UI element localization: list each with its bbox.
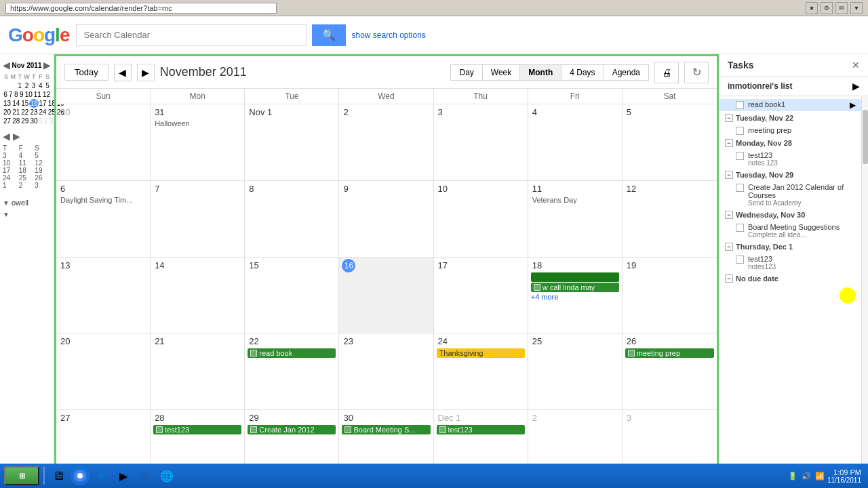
mini-cal-cell[interactable]: 12 xyxy=(42,90,51,99)
start-button[interactable]: ⊞ xyxy=(4,466,39,485)
cal-event-linda[interactable]: w call linda may xyxy=(531,283,619,292)
mini-cal-cell[interactable]: 24 xyxy=(39,108,47,117)
task-item-createjan[interactable]: Create Jan 2012 Calendar of Courses Send… xyxy=(719,182,861,208)
group-toggle[interactable]: − xyxy=(725,243,733,251)
cal-cell-23[interactable]: 23 xyxy=(339,333,433,409)
cal-cell-6[interactable]: 6 Daylight Saving Tim... xyxy=(56,181,151,257)
cal-event-test123-dec1[interactable]: test123 xyxy=(437,425,525,434)
cal-cell-20[interactable]: 20 xyxy=(56,333,151,409)
mini-cal-cell[interactable]: 3 xyxy=(49,117,54,125)
taskbar-icon-ie[interactable]: e xyxy=(92,466,111,485)
cal-cell-19[interactable]: 19 xyxy=(623,258,717,333)
task-item-readbook1[interactable]: read book1 ▶ xyxy=(719,99,861,111)
taskbar-icon-media[interactable]: ▶ xyxy=(114,466,133,485)
cal-cell-11[interactable]: 11 Veterans Day xyxy=(528,181,623,257)
event-checkbox[interactable] xyxy=(250,350,257,357)
event-checkbox[interactable] xyxy=(344,426,351,433)
cal-cell-17[interactable]: 17 xyxy=(434,258,528,333)
task-group-mon-nov28[interactable]: − Monday, Nov 28 xyxy=(719,136,861,150)
taskbar-icon-word[interactable]: W xyxy=(136,466,155,485)
mini-cal-cell[interactable]: 23 xyxy=(29,108,38,117)
mini-cal-cell[interactable]: 29 xyxy=(20,117,29,125)
browser-icon-2[interactable]: ⚙ xyxy=(821,2,833,14)
mini-cal-cell[interactable]: 1 xyxy=(16,81,23,90)
mini-cal-cell[interactable]: 2 xyxy=(43,117,49,125)
group-toggle[interactable]: − xyxy=(725,274,733,283)
event-checkbox[interactable] xyxy=(628,350,635,357)
cal-cell-15[interactable]: 15 xyxy=(245,258,339,333)
cal-cell-12[interactable]: 12 xyxy=(623,181,717,257)
task-group-tue-nov22[interactable]: − Tuesday, Nov 22 xyxy=(719,111,861,125)
show-search-options-link[interactable]: show search options xyxy=(351,30,425,40)
today-button[interactable]: Today xyxy=(64,64,108,81)
refresh-button[interactable]: ↻ xyxy=(684,62,709,83)
tasks-scroll-thumb[interactable] xyxy=(863,110,868,164)
cal-cell-31[interactable]: 31 Halloween xyxy=(151,104,245,180)
cal-cell-26[interactable]: 26 meeting prep xyxy=(623,333,717,409)
cal-cell-5[interactable]: 5 xyxy=(623,104,717,180)
taskbar-icon-show-desktop[interactable]: 🖥 xyxy=(49,466,68,485)
agenda-view-button[interactable]: Agenda xyxy=(604,64,649,81)
event-checkbox[interactable] xyxy=(534,284,540,291)
cal-cell-25[interactable]: 25 xyxy=(528,333,623,409)
cal-event-readbook[interactable]: read book xyxy=(248,348,336,358)
day-view-button[interactable]: Day xyxy=(450,64,482,81)
cal-cell-22[interactable]: 22 read book xyxy=(245,333,339,409)
mini-cal-cell[interactable]: 30 xyxy=(29,117,38,125)
task-group-thu-dec1[interactable]: − Thursday, Dec 1 xyxy=(719,240,861,253)
prev-month-button[interactable]: ◀ xyxy=(114,64,132,81)
cal-event-boardmeeting[interactable]: Board Meeting S... xyxy=(342,425,430,434)
cal-event-createjan[interactable]: Create Jan 2012 xyxy=(248,425,336,434)
mini-cal-cell[interactable]: 5 xyxy=(44,81,51,90)
mini-cal-cell[interactable]: 8 xyxy=(14,90,19,99)
task-group-nodate[interactable]: − No due date xyxy=(719,272,861,285)
cal-cell-16-today[interactable]: 16 xyxy=(339,258,433,333)
browser-icon-3[interactable]: ✉ xyxy=(835,2,848,14)
cal-cell-13[interactable]: 13 xyxy=(56,258,151,333)
cal-event-meetingprep[interactable]: meeting prep xyxy=(625,348,714,358)
browser-icon-4[interactable]: ▼ xyxy=(850,2,863,14)
mini-cal-cell[interactable] xyxy=(3,81,9,90)
mini-cal-cell[interactable]: 2 xyxy=(23,81,30,90)
task-item-meetingprep[interactable]: meeting prep xyxy=(719,125,861,136)
task-checkbox[interactable] xyxy=(736,127,744,135)
mini-cal-cell[interactable]: 20 xyxy=(3,108,12,117)
cal-cell-4[interactable]: 4 xyxy=(528,104,623,180)
cal-cell-3[interactable]: 3 xyxy=(434,104,528,180)
event-checkbox[interactable] xyxy=(439,426,446,433)
mini-cal-cell[interactable]: 4 xyxy=(37,81,44,90)
group-toggle[interactable]: − xyxy=(725,171,733,179)
cal-cell-21[interactable]: 21 xyxy=(151,333,245,409)
mini-cal-next-btn[interactable]: ▶ xyxy=(43,60,51,70)
cal-cell-2[interactable]: 2 xyxy=(339,104,433,180)
event-checkbox[interactable] xyxy=(156,426,163,433)
search-input[interactable] xyxy=(76,24,307,46)
taskbar-icon-earth[interactable]: 🌐 xyxy=(157,466,176,485)
mini-cal-cell[interactable]: 13 xyxy=(3,99,12,108)
task-item-test123-dec1[interactable]: test123 notes123 xyxy=(719,253,861,272)
mini-cal-cell[interactable]: 28 xyxy=(12,117,20,125)
tasks-scrollbar[interactable] xyxy=(861,96,868,464)
mini-cal-cell[interactable]: 11 xyxy=(33,90,42,99)
cal-cell-8[interactable]: 8 xyxy=(245,181,339,257)
month-view-button[interactable]: Month xyxy=(519,64,561,81)
group-toggle[interactable]: − xyxy=(725,139,733,147)
browser-icon-1[interactable]: ★ xyxy=(806,2,818,14)
cal-cell-18[interactable]: 18 w call linda may +4 more xyxy=(528,258,623,333)
sidebar-expand-right[interactable]: ▶ xyxy=(13,131,20,142)
sidebar-arrow-expand[interactable]: ▼ xyxy=(3,211,9,218)
mini-cal-cell[interactable]: 27 xyxy=(3,117,12,125)
cal-cell-10[interactable]: 10 xyxy=(434,181,528,257)
more-events-link[interactable]: +4 more xyxy=(531,293,619,301)
mini-cal-cell[interactable]: 6 xyxy=(3,90,8,99)
cal-cell-14[interactable]: 14 xyxy=(151,258,245,333)
mini-cal-cell[interactable]: 1 xyxy=(39,117,44,125)
task-checkbox[interactable] xyxy=(736,184,744,192)
task-checkbox[interactable] xyxy=(736,224,744,232)
cal-event-block[interactable] xyxy=(531,272,619,282)
cal-event-test123-28[interactable]: test123 xyxy=(153,425,241,434)
4days-view-button[interactable]: 4 Days xyxy=(561,64,604,81)
task-item-test123-28[interactable]: test123 notes 123 xyxy=(719,150,861,168)
mini-cal-prev-btn[interactable]: ◀ xyxy=(3,60,10,70)
task-group-wed-nov30[interactable]: − Wednesday, Nov 30 xyxy=(719,208,861,222)
